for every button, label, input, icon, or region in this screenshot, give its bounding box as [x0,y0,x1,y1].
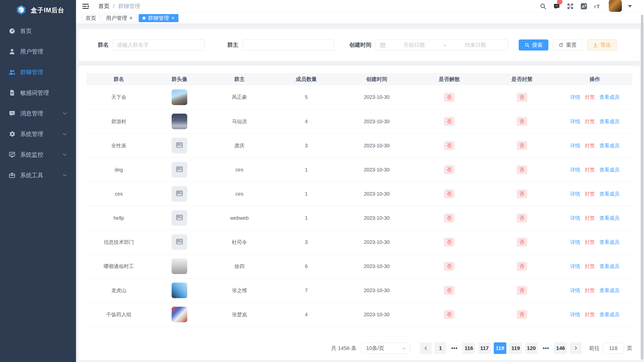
view-members-link[interactable]: 查看成员 [599,239,619,245]
sidebar-item-system-manage[interactable]: 系统管理 [0,124,76,144]
detail-link[interactable]: 详情 [570,167,580,172]
group-avatar-placeholder [172,186,187,202]
table-row: 天下会风正豪52023-10-30否否详情封禁查看成员 [86,85,632,109]
sidebar-item-system-tools[interactable]: 系统工具 [0,165,76,186]
detail-link[interactable]: 详情 [570,263,580,269]
tab-首页[interactable]: 首页 [82,14,100,22]
svg-text:A: A [582,4,585,9]
page-size-select[interactable]: 10条/页 [361,343,410,354]
user-icon [9,48,16,55]
ban-link[interactable]: 封禁 [585,288,595,293]
ban-link[interactable]: 封禁 [585,191,595,197]
font-size-icon[interactable]: T T [594,3,601,10]
page-button-120[interactable]: 120 [525,342,538,354]
fullscreen-icon[interactable] [566,3,574,10]
document-icon [9,89,16,96]
user-avatar[interactable] [609,0,622,12]
view-members-link[interactable]: 查看成员 [599,288,619,293]
tab-群聊管理[interactable]: 群聊管理× [139,14,178,22]
view-members-link[interactable]: 查看成员 [599,167,619,172]
sidebar-item-sensitive-words[interactable]: 敏感词管理 [0,82,76,103]
app-title: 盒子IM后台 [31,6,64,14]
detail-link[interactable]: 详情 [570,94,580,100]
search-button[interactable]: 搜索 [519,39,548,51]
column-header: 是否封禁 [486,73,557,85]
view-members-link[interactable]: 查看成员 [599,119,619,124]
date-end-placeholder[interactable]: 结束日期 [447,41,504,49]
view-members-link[interactable]: 查看成员 [599,215,619,221]
page-button-117[interactable]: 117 [478,342,491,354]
detail-link[interactable]: 详情 [570,239,580,245]
page-button-1[interactable]: 1 [435,342,446,354]
ban-link[interactable]: 封禁 [585,119,595,124]
ban-link[interactable]: 封禁 [585,94,595,100]
image-icon [175,213,184,223]
dissolved-cell: 否 [412,206,486,230]
reset-button[interactable]: 重置 [553,39,582,51]
page-button-116[interactable]: 116 [463,342,475,354]
page-size-value: 10条/页 [366,345,384,352]
detail-link[interactable]: 详情 [570,215,580,221]
member-count-cell: 4 [271,109,341,133]
view-members-link[interactable]: 查看成员 [599,94,619,100]
ban-link[interactable]: 封禁 [585,167,595,172]
group-name-input[interactable] [113,39,205,51]
group-name-cell: 信息技术部门 [86,230,151,254]
caret-down-icon[interactable] [628,5,632,8]
search-icon[interactable] [539,3,547,10]
view-members-link[interactable]: 查看成员 [599,143,619,148]
detail-link[interactable]: 详情 [570,288,580,293]
detail-link[interactable]: 详情 [570,191,580,197]
detail-link[interactable]: 详情 [570,143,580,148]
ban-link[interactable]: 封禁 [585,312,595,317]
vertical-scrollbar[interactable] [641,15,643,359]
group-owner-cell: ces [208,158,272,182]
message-badge-icon[interactable] [553,3,560,10]
sidebar-item-user-manage[interactable]: 用户管理 [0,41,76,62]
ban-link[interactable]: 封禁 [585,143,595,148]
prev-page-button[interactable] [420,342,432,354]
translate-icon[interactable]: A [580,3,588,10]
date-start-placeholder[interactable]: 开始日期 [386,41,442,49]
page-button-146[interactable]: 146 [554,342,567,354]
topbar-actions: A T T [539,1,632,12]
page-button-118[interactable]: 118 [494,342,506,354]
close-icon[interactable]: × [129,15,133,21]
group-avatar [172,307,187,322]
more-pages-icon[interactable]: ••• [449,342,460,354]
detail-link[interactable]: 详情 [570,312,580,317]
detail-link[interactable]: 详情 [570,119,580,124]
ban-link[interactable]: 封禁 [585,239,595,245]
created-time-cell: 2023-10-30 [341,278,412,302]
ban-link[interactable]: 封禁 [585,215,595,221]
date-range-picker[interactable]: 开始日期 - 结束日期 [375,39,508,51]
page-buttons: 1•••116117118119120•••146 [435,342,567,354]
box-logo-icon [16,5,26,15]
breadcrumb-home[interactable]: 首页 [98,3,109,10]
table-body: 天下会风正豪52023-10-30否否详情封禁查看成员碧游村马仙洪42023-1… [86,85,632,327]
sidebar-item-group-manage[interactable]: 群聊管理 [0,62,76,82]
fold-icon[interactable] [82,3,89,10]
goto-page-input[interactable] [603,343,624,354]
export-button[interactable]: 导出 [587,39,617,51]
banned-badge: 否 [517,310,527,319]
sidebar-item-system-monitor[interactable]: 系统监控 [0,144,76,165]
tab-用户管理[interactable]: 用户管理× [102,14,136,22]
page-button-119[interactable]: 119 [509,342,522,354]
ban-link[interactable]: 封禁 [585,263,595,269]
sidebar-item-home[interactable]: 首页 [0,21,76,41]
next-page-button[interactable] [570,342,582,354]
view-members-link[interactable]: 查看成员 [599,263,619,269]
banned-badge: 否 [517,238,527,247]
dissolved-badge: 否 [444,117,454,126]
view-members-link[interactable]: 查看成员 [599,191,619,197]
group-avatar [172,283,187,298]
more-pages-icon[interactable]: ••• [541,342,551,354]
sidebar-item-message-manage[interactable]: 消息管理 [0,103,76,124]
group-name-cell: 全性派 [86,133,151,158]
breadcrumb: 首页 / 群聊管理 [98,3,140,10]
owner-input[interactable] [242,39,334,51]
view-members-link[interactable]: 查看成员 [599,312,619,317]
group-avatar-cell [151,302,207,327]
close-icon[interactable]: × [171,15,175,21]
